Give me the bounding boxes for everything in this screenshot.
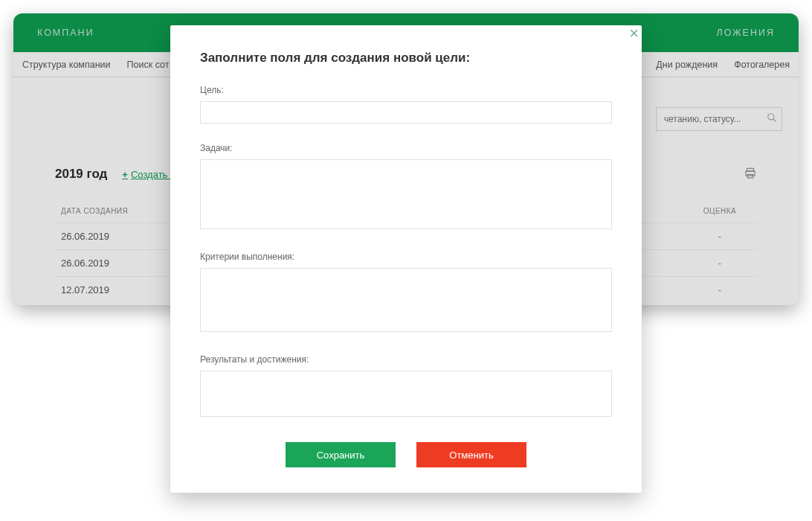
save-button[interactable]: Сохранить bbox=[286, 442, 396, 467]
close-icon[interactable]: × bbox=[629, 24, 639, 43]
label-results: Результаты и достижения: bbox=[200, 354, 612, 365]
input-goal[interactable] bbox=[200, 101, 612, 124]
textarea-criteria[interactable] bbox=[200, 268, 612, 332]
create-goal-modal: × Заполните поля для создания новой цели… bbox=[170, 25, 642, 493]
cancel-button[interactable]: Отменить bbox=[416, 442, 526, 467]
textarea-tasks[interactable] bbox=[200, 159, 612, 229]
label-criteria: Критерии выполнения: bbox=[200, 252, 612, 262]
label-goal: Цель: bbox=[200, 85, 612, 95]
label-tasks: Задачи: bbox=[200, 143, 612, 153]
textarea-results[interactable] bbox=[200, 371, 612, 417]
modal-title: Заполните поля для создания новой цели: bbox=[200, 51, 612, 65]
